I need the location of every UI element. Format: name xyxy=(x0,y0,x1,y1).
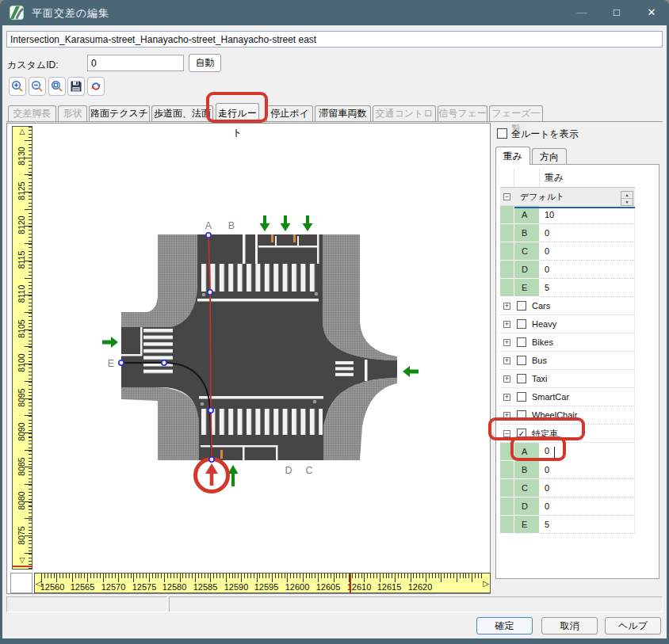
window-title: 平面交差の編集 xyxy=(32,6,109,21)
table-row-smartcar[interactable]: +SmartCar xyxy=(500,388,635,406)
title-bar: 平面交差の編集 — □ ✕ xyxy=(0,0,669,25)
panel-tab-direction[interactable]: 方向 xyxy=(532,148,567,164)
expand-icon[interactable]: + xyxy=(503,375,510,383)
table-row[interactable]: D0 xyxy=(500,497,635,516)
v-ruler-label: 8130 xyxy=(17,140,26,172)
leg-label-e: E xyxy=(108,358,114,369)
v-ruler-label: 8105 xyxy=(17,313,26,345)
expand-icon[interactable]: + xyxy=(503,394,510,401)
weights-table: − デフォルト A10 B0 C0 D0 E5 +Cars +Heavy +Bi… xyxy=(500,188,635,534)
edit-row-focus-underline xyxy=(514,207,635,208)
zoom-out-button[interactable] xyxy=(29,77,46,96)
custom-id-field[interactable] xyxy=(87,55,184,71)
zoom-out-icon xyxy=(31,79,44,93)
status-bar-right xyxy=(169,596,663,612)
h-ruler-label: 12575 xyxy=(132,582,157,592)
close-button[interactable]: ✕ xyxy=(634,0,669,25)
maximize-button[interactable]: □ xyxy=(599,0,634,25)
bikes-checkbox[interactable] xyxy=(517,337,526,347)
h-ruler-label: 12620 xyxy=(408,582,433,592)
intersection-canvas[interactable]: △ 8130 8125 8120 8115 8110 8105 8100 809… xyxy=(6,123,491,594)
h-ruler-marker xyxy=(350,574,351,593)
v-ruler-label: 8115 xyxy=(17,244,26,276)
v-ruler-label: 8080 xyxy=(17,485,26,516)
h-ruler-label: 12560 xyxy=(40,582,65,592)
collapse-icon[interactable]: − xyxy=(503,193,510,200)
table-row-bus[interactable]: +Bus xyxy=(500,352,635,370)
table-row-taxi[interactable]: +Taxi xyxy=(500,370,635,388)
intersection-drawing[interactable]: A B E D C xyxy=(36,131,490,566)
table-row-cars[interactable]: +Cars xyxy=(500,297,635,315)
dialog-window: 平面交差の編集 — □ ✕ カスタムID: 自動 交差脚長 形状 路面テク xyxy=(0,0,669,644)
heavy-checkbox[interactable] xyxy=(517,319,526,329)
ruler-scroll-down-icon[interactable]: ▽ xyxy=(13,556,32,564)
v-ruler-marker xyxy=(13,566,32,567)
tab-signal-phase[interactable]: 信号フェーズ xyxy=(438,105,487,121)
expand-icon[interactable]: + xyxy=(503,357,510,364)
tab-stop-point[interactable]: 停止ポイント xyxy=(266,105,313,121)
ruler-scroll-right-icon[interactable]: ▷ xyxy=(483,579,489,588)
table-row[interactable]: B0 xyxy=(500,224,635,242)
auto-button[interactable]: 自動 xyxy=(189,54,221,72)
taxi-checkbox[interactable] xyxy=(517,374,526,383)
table-row[interactable]: A10 xyxy=(500,206,635,224)
v-ruler-label: 8075 xyxy=(17,520,26,551)
vertical-ruler: △ 8130 8125 8120 8115 8110 8105 8100 809… xyxy=(12,126,32,570)
zoom-region-icon xyxy=(51,79,63,93)
h-ruler-label: 12580 xyxy=(162,582,187,592)
weight-spinner[interactable]: ▲ ▼ xyxy=(621,191,633,206)
horizontal-ruler: ◁ ▷ 12560 12565 12570 12575 12580 12585 … xyxy=(34,573,491,593)
annotation-box-weight-a xyxy=(510,436,566,461)
expand-icon[interactable]: + xyxy=(503,303,510,310)
weights-table-header: 重み xyxy=(500,169,635,188)
refresh-icon xyxy=(90,79,102,93)
expand-icon[interactable]: + xyxy=(503,339,510,346)
tab-sidewalk-slope[interactable]: 歩道面、法面 xyxy=(151,105,213,121)
expand-icon[interactable]: + xyxy=(503,321,510,328)
smartcar-checkbox[interactable] xyxy=(517,392,526,402)
confirm-button[interactable]: 確定 xyxy=(476,617,533,634)
zoom-region-button[interactable] xyxy=(48,77,66,96)
panel-tab-weight[interactable]: 重み xyxy=(495,147,530,165)
tab-queued-vehicles[interactable]: 滞留車両数 xyxy=(315,105,371,121)
table-row-default-group[interactable]: − デフォルト xyxy=(500,188,635,206)
leg-label-d: D xyxy=(285,465,292,476)
show-all-routes-checkbox[interactable] xyxy=(497,128,507,139)
tabbar-baseline xyxy=(6,121,663,122)
tab-shape[interactable]: 形状 xyxy=(58,105,87,121)
tab-leg-length[interactable]: 交差脚長 xyxy=(8,105,56,121)
tab-traffic-control[interactable]: 交通コントロール xyxy=(373,105,436,121)
h-ruler-label: 12565 xyxy=(71,582,95,592)
minimize-button[interactable]: — xyxy=(564,0,599,25)
bus-checkbox[interactable] xyxy=(517,356,526,365)
intersection-name-field[interactable] xyxy=(6,31,663,48)
ruler-corner-box xyxy=(10,573,32,593)
refresh-button[interactable] xyxy=(87,77,105,96)
h-ruler-major-ticks xyxy=(41,574,484,582)
cars-checkbox[interactable] xyxy=(517,301,526,311)
save-icon xyxy=(70,79,82,93)
ruler-scroll-up-icon[interactable]: △ xyxy=(13,128,32,135)
tab-road-texture[interactable]: 路面テクスチャ xyxy=(89,105,150,121)
show-all-routes-label: 全ルートを表示 xyxy=(511,128,579,141)
table-row[interactable]: E5 xyxy=(500,279,635,297)
annotation-box-driving-route-tab xyxy=(206,92,268,123)
spinner-down-icon: ▼ xyxy=(621,199,633,206)
table-row[interactable]: E5 xyxy=(500,516,635,534)
table-row-heavy[interactable]: +Heavy xyxy=(500,315,635,333)
custom-id-label: カスタムID: xyxy=(7,59,58,72)
v-ruler-label: 8095 xyxy=(17,382,26,413)
table-row[interactable]: D0 xyxy=(500,261,635,279)
table-row[interactable]: B0 xyxy=(500,461,635,479)
cancel-button[interactable]: 取消 xyxy=(541,617,598,634)
h-ruler-label: 12590 xyxy=(224,582,249,592)
table-row-bikes[interactable]: +Bikes xyxy=(500,333,635,352)
h-ruler-label: 12615 xyxy=(377,582,402,592)
table-row[interactable]: C0 xyxy=(500,479,635,497)
save-button[interactable] xyxy=(67,77,85,96)
zoom-in-button[interactable] xyxy=(9,77,26,96)
tab-phase-list[interactable]: フェーズ一覧 xyxy=(489,105,543,121)
help-button[interactable]: ヘルプ xyxy=(605,617,661,634)
table-row[interactable]: C0 xyxy=(500,242,635,261)
h-ruler-label: 12585 xyxy=(193,582,218,592)
